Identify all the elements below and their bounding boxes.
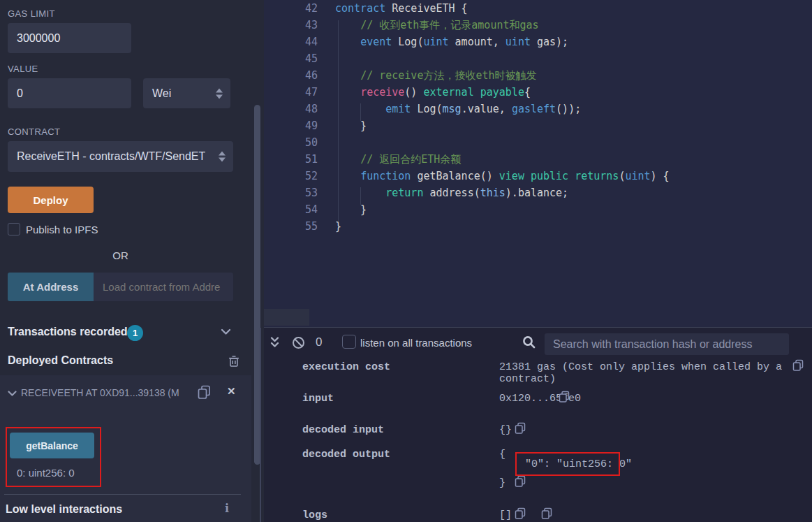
terminal-badge-count: 0 — [316, 335, 322, 349]
terminal-panel: 0 listen on all transactions execution c… — [264, 327, 812, 522]
info-icon[interactable]: i — [225, 502, 229, 515]
divider — [4, 494, 241, 495]
listen-transactions-checkbox[interactable] — [342, 335, 356, 349]
row-value: {} — [499, 424, 512, 436]
contract-select[interactable]: ReceiveETH - contracts/WTF/SendET — [8, 141, 233, 172]
line-number: 45 — [264, 50, 318, 67]
select-spinner-icon — [219, 152, 226, 162]
line-number: 48 — [264, 101, 318, 117]
line-number: 42 — [264, 0, 318, 17]
editor-hscrollbar[interactable] — [264, 309, 309, 326]
search-icon — [522, 335, 536, 349]
at-address-input[interactable] — [94, 273, 233, 301]
value-unit-select[interactable]: Wei — [143, 78, 230, 108]
line-number: 49 — [264, 117, 318, 134]
copy-icon[interactable] — [515, 475, 526, 488]
listen-transactions-label: listen on all transactions — [360, 337, 472, 349]
editor-gutter: 4243444546474849505152535455 — [264, 0, 318, 235]
transactions-count-badge: 1 — [127, 325, 143, 341]
transactions-recorded-label: Transactions recorded — [8, 326, 128, 338]
chevron-down-icon[interactable] — [221, 328, 231, 335]
code-line — [335, 50, 670, 67]
expand-terminal-icon[interactable] — [270, 336, 280, 349]
deploy-run-panel: GAS LIMIT VALUE Wei CONTRACT ReceiveETH … — [0, 0, 251, 522]
or-divider-label: OR — [0, 249, 241, 261]
decoded-output-body: "0": "uint256: 0" — [525, 458, 632, 470]
value-label: VALUE — [8, 64, 38, 74]
copy-icon[interactable] — [541, 507, 552, 520]
code-line: } — [335, 218, 670, 235]
line-number: 47 — [264, 84, 318, 101]
line-number: 43 — [264, 17, 318, 34]
decoded-output-close: } — [499, 477, 505, 489]
code-line: emit Log(msg.value, gasleft()); — [335, 101, 670, 117]
row-value: 21381 gas (Cost only applies when called… — [499, 361, 812, 385]
transaction-search-input[interactable] — [545, 333, 789, 355]
chevron-down-icon[interactable] — [8, 391, 17, 397]
copy-icon[interactable] — [559, 391, 570, 403]
row-label: input — [302, 393, 334, 405]
indent-guide — [360, 103, 361, 121]
code-line: return address(this).balance; — [335, 184, 670, 201]
gas-limit-input[interactable] — [8, 23, 131, 53]
code-line: event Log(uint amount, uint gas); — [335, 34, 670, 50]
code-line: // 返回合约ETH余额 — [335, 151, 670, 168]
trash-icon[interactable] — [228, 355, 239, 368]
row-label: decoded output — [302, 449, 390, 461]
row-label: execution cost — [302, 361, 390, 373]
code-editor[interactable]: 4243444546474849505152535455 contract Re… — [264, 0, 812, 327]
clear-console-icon[interactable] — [292, 336, 305, 349]
code-line: contract ReceiveETH { — [335, 0, 670, 17]
code-line: // receive方法，接收eth时被触发 — [335, 67, 670, 84]
code-line: } — [335, 201, 670, 218]
copy-icon[interactable] — [515, 422, 526, 435]
copy-icon[interactable] — [198, 385, 211, 400]
contract-label: CONTRACT — [8, 126, 60, 137]
line-number: 53 — [264, 184, 318, 201]
instance-title: RECEIVEETH AT 0XD91...39138 (M — [21, 387, 179, 398]
line-number: 52 — [264, 168, 318, 184]
low-level-interactions-label: Low level interactions — [6, 503, 122, 516]
indent-guide — [360, 187, 361, 205]
editor-code: contract ReceiveETH { // 收到eth事件，记录amoun… — [335, 0, 670, 235]
line-number: 46 — [264, 67, 318, 84]
line-number: 44 — [264, 34, 318, 50]
row-label: decoded input — [302, 424, 384, 436]
copy-icon[interactable] — [515, 507, 526, 520]
deployed-contracts-label: Deployed Contracts — [8, 354, 113, 367]
method-result: 0: uint256: 0 — [17, 467, 75, 479]
publish-ipfs-label: Publish to IPFS — [26, 224, 98, 235]
terminal-scrollbar[interactable] — [260, 328, 261, 522]
gas-limit-label: GAS LIMIT — [8, 8, 55, 19]
decoded-output-open: { — [499, 449, 505, 461]
deploy-button[interactable]: Deploy — [8, 187, 94, 213]
row-label: logs — [302, 509, 327, 521]
getbalance-method-button[interactable]: getBalance — [10, 433, 94, 458]
value-unit-selected: Wei — [152, 87, 171, 100]
code-line: function getBalance() view public return… — [335, 168, 670, 184]
publish-ipfs-checkbox[interactable] — [8, 223, 20, 235]
code-line: // 收到eth事件，记录amount和gas — [335, 17, 670, 34]
at-address-button[interactable]: At Address — [8, 273, 94, 301]
indent-guide — [338, 20, 339, 222]
row-value: [] — [499, 509, 512, 521]
line-number: 55 — [264, 218, 318, 235]
line-number: 50 — [264, 134, 318, 151]
copy-icon[interactable] — [792, 359, 804, 372]
code-line: } — [335, 117, 670, 134]
code-line — [335, 134, 670, 151]
select-spinner-icon — [216, 88, 223, 99]
line-number: 51 — [264, 151, 318, 168]
value-input[interactable] — [8, 78, 131, 108]
close-icon[interactable]: ✕ — [227, 385, 236, 398]
contract-selected: ReceiveETH - contracts/WTF/SendET — [17, 150, 205, 163]
code-line: receive() external payable{ — [335, 84, 670, 101]
line-number: 54 — [264, 201, 318, 218]
